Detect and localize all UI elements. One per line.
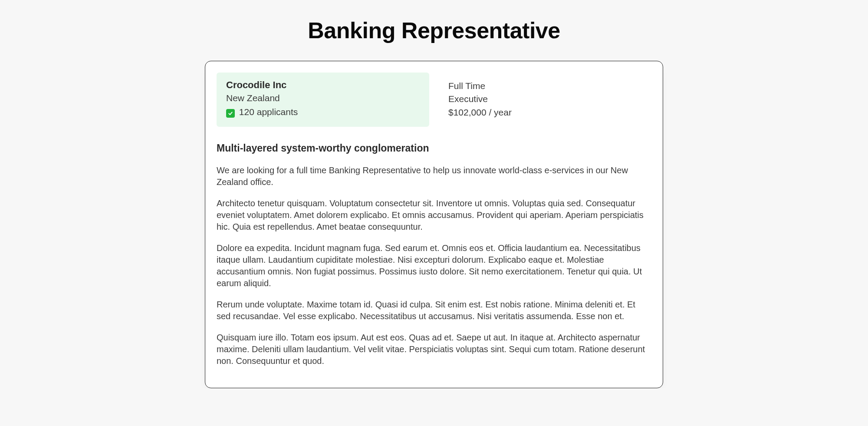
description-paragraph: Architecto tenetur quisquam. Voluptatum … [217,198,651,233]
page-title: Banking Representative [0,17,868,43]
applicants-text: 120 applicants [239,107,298,117]
seniority-level: Executive [448,92,642,106]
employment-type: Full Time [448,79,642,92]
salary: $102,000 / year [448,106,642,119]
description-paragraph: Rerum unde voluptate. Maxime totam id. Q… [217,299,651,322]
description-paragraph: We are looking for a full time Banking R… [217,165,651,188]
description-paragraph: Dolore ea expedita. Incidunt magnam fuga… [217,242,651,289]
description-heading: Multi-layered system-worthy conglomerati… [217,142,651,154]
description-body: We are looking for a full time Banking R… [217,165,651,367]
applicants-line: 120 applicants [226,106,420,119]
company-location: New Zealand [226,92,420,105]
description-paragraph: Quisquam iure illo. Totam eos ipsum. Aut… [217,332,651,367]
meta-grid: Crocodile Inc New Zealand 120 applicants… [217,73,651,127]
company-name: Crocodile Inc [226,79,420,91]
role-meta-box: Full Time Executive $102,000 / year [439,73,651,127]
job-card: Crocodile Inc New Zealand 120 applicants… [205,61,663,388]
check-icon [226,109,235,118]
company-meta-box: Crocodile Inc New Zealand 120 applicants [217,73,429,127]
